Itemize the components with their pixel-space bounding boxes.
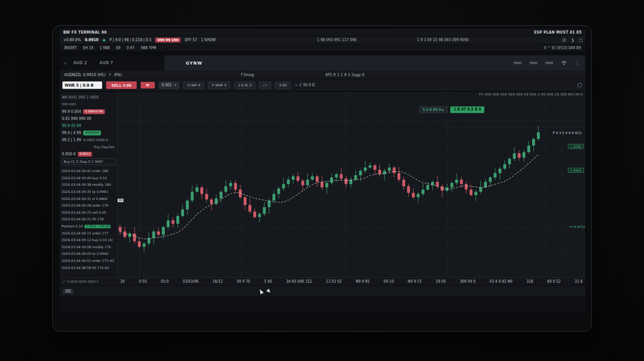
buy-position-chip[interactable]: 1 B 9T 9.5 B 9 [450,107,484,113]
time-axis-label: 05:0 [161,280,169,284]
quote-row[interactable]: Exp Day/Sec [60,143,117,150]
title-bar: BW FX TERMINAL 98 ESP PLAN MUST 81 85 [60,29,585,36]
history-row[interactable]: 2024.03.04 09:41 order 180 [60,168,117,175]
account-info: 1 9 3 09 15 98 093 099 9090 [417,38,469,42]
quote-row[interactable]: 0.950-00.9912 [60,150,117,157]
instrument-label[interactable]: AUDNZD, 0.9910 (H1) [64,73,106,77]
ticker-center-info: 1 98 093 991 117 096 [317,38,356,42]
history-row[interactable]: 2024.03.04 09:15 order 177 [60,230,117,237]
expand-icon[interactable] [578,83,582,87]
clock-icon[interactable]: ⤢ [62,280,65,284]
time-axis-left: ⤢ 9 0899 0899 0899 0 [60,280,118,284]
time-axis-label: 309 09 0 [460,280,475,284]
quote-label: Buy CL 5 Stop-5 C 9097 [64,160,103,164]
timeframe-button[interactable]: Imm [545,61,553,65]
time-axis-label: 5 60 [264,280,272,284]
history-text: Position 0.10 [61,224,83,228]
cursor-icons [259,289,271,294]
notification-count[interactable]: 0 [562,38,567,42]
history-row[interactable]: 2024.03.04 08:58 fill 174 AG [60,264,117,271]
quote-row[interactable]: 0.61 990 990 09 [60,115,117,122]
time-axis-label: 31 8 [575,280,583,284]
symbol-tab[interactable]: AUD 2 [69,59,92,67]
menu-item[interactable]: 09 [116,46,120,50]
history-row[interactable]: 2024.03.04 09:01 order 175 AG [60,257,117,265]
quote-badge[interactable]: 0.98450-98 [83,109,104,114]
candlestick-chart[interactable] [118,92,585,277]
menu-item[interactable]: INSERT [64,46,77,50]
kebab-menu-icon[interactable]: ⋮ [575,60,580,66]
window-icon[interactable]: ▢ [579,38,583,42]
db-chip[interactable]: DB [63,289,73,294]
toolbar-button[interactable]: 5 9D [275,82,291,89]
history-row[interactable]: 2024.03.04 09:21 fill 178 [60,216,117,223]
price-tag[interactable]: 0.9960 [568,168,584,173]
alert-badge[interactable]: 099 99 199 [155,38,180,42]
lot-size-select[interactable]: 0.001 ▾ [159,82,180,89]
toolbar-button[interactable]: G 9dF 9 [183,82,204,89]
power-icon[interactable]: ❯ [571,38,575,42]
quote-row[interactable]: Buy CL 5 Stop-5 C 9097 [61,158,116,165]
menu-item[interactable]: SH 19 [83,46,93,50]
quote-badge[interactable]: 0995009 [83,131,100,135]
history-row[interactable]: 2024.03.04 09:25 sell 0.05 [60,209,117,216]
quote-row[interactable]: 099 0991 [60,101,117,108]
timeframe-button[interactable]: Imm [514,61,522,65]
time-axis-label: 20 [120,280,125,284]
time-axis-label: 16/12 [213,280,223,284]
buy-button[interactable]: W [141,82,155,88]
main-area: NN 9091 099 1 0900099 099199.9 0.0040.98… [60,92,585,277]
history-text: 2024.03.04 09:31 sl 0.9860 [61,197,107,201]
history-row[interactable]: 2024.03.04 09:31 sl 0.9860 [60,195,117,202]
history-text: 2024.03.04 09:01 order 175 AG [61,259,114,263]
chevron-down-icon[interactable]: ▾ [109,73,111,77]
show-label[interactable]: 1 SHOW [201,38,215,42]
sell-button[interactable]: SELL 0.95 [106,81,137,89]
quote-row[interactable]: 09.1 | 1.999-0901-0300-0 [60,136,117,143]
menu-item[interactable]: 988 YPM [141,46,156,50]
history-text: 2024.03.04 09:05 tp 0.9940 [61,252,108,256]
price-note: P 9 3 5 4 9 9 4(1) [553,131,582,135]
history-text: 2024.03.04 09:41 order 180 [61,169,108,173]
market-watch-panel: NN 9091 099 1 0900099 099199.9 0.0040.98… [60,92,118,277]
history-row[interactable]: 2024.03.04 09:12 buy 0.10 (A) [60,237,117,244]
quote-badge[interactable]: 0.9912 [78,152,92,157]
back-chevron-icon[interactable]: ‹ [64,60,66,66]
history-row[interactable]: 2024.03.04 09:40 buy 0.10 [60,175,117,182]
time-axis-label: 19 00 [436,280,446,284]
time-axis[interactable]: ⤢ 9 0899 0899 0899 0 200:5005:003/03/961… [60,277,585,285]
history-row[interactable]: 2024.03.04 09:28 order 179 [60,202,117,209]
quote-row[interactable]: 90.9 45 99 [60,122,117,129]
quote-row[interactable]: NN 9091 099 1 0900 [60,94,117,101]
symbol-input[interactable] [62,81,102,89]
toolbar-button[interactable]: 1 D 9L 9 [234,82,255,89]
timeframe-button[interactable]: Imm [530,61,538,65]
sell-position-chip[interactable]: S 0.8 B9.9 ▸ [419,107,448,113]
toolbar-button[interactable]: / + [259,82,271,89]
indicator-label: C 9S 9 D [299,83,315,87]
history-row[interactable]: 2024.03.04 09:35 tp 0.9981 [60,188,117,196]
history-row[interactable]: Position 0.100.9935 +45.09 [60,223,117,230]
price-tag[interactable]: 1.0080 [568,144,584,149]
time-axis-label: 03/03/96 [183,280,199,284]
toolbar-button[interactable]: F 95dF 9 [208,82,230,89]
history-row[interactable]: 2024.03.04 09:38 modify 180 [60,181,117,188]
history-row[interactable]: 2024.03.04 09:05 tp 0.9940 [60,250,117,257]
quote-row[interactable]: 99.9 0.0040.98450-98 [60,108,117,115]
app-window: BW FX TERMINAL 98 ESP PLAN MUST 81 85 +0… [60,29,585,313]
menu-item[interactable]: 1 988 [100,46,110,50]
lot-size-value: 0.001 [162,83,172,87]
quote-row[interactable]: 09.4 | 4.990995009 [60,129,117,136]
chart-area[interactable]: F9 999 099 990 999 099 09 999 0 99 099 2… [118,92,585,277]
indicator-button[interactable]: ∿ C 9S 9 D [295,82,314,89]
menu-item[interactable]: 0-97 [126,46,134,50]
active-tab-label[interactable]: GYNW [186,61,203,65]
quote-label: 09.4 | 4.99 [62,131,81,135]
wifi-icon[interactable] [561,61,567,65]
time-axis-label: 0:50 [139,280,147,284]
history-badge: 0.9935 +45.09 [84,225,111,228]
symbol-tab[interactable]: AUD 7 [95,59,118,67]
offset-label[interactable]: OFF 57 [184,38,197,42]
history-row[interactable]: 2024.03.04 09:08 modify 176 [60,244,117,251]
ticker-metrics: P | 9:0 | 98 | 0.218 | 0.5 [110,38,152,42]
